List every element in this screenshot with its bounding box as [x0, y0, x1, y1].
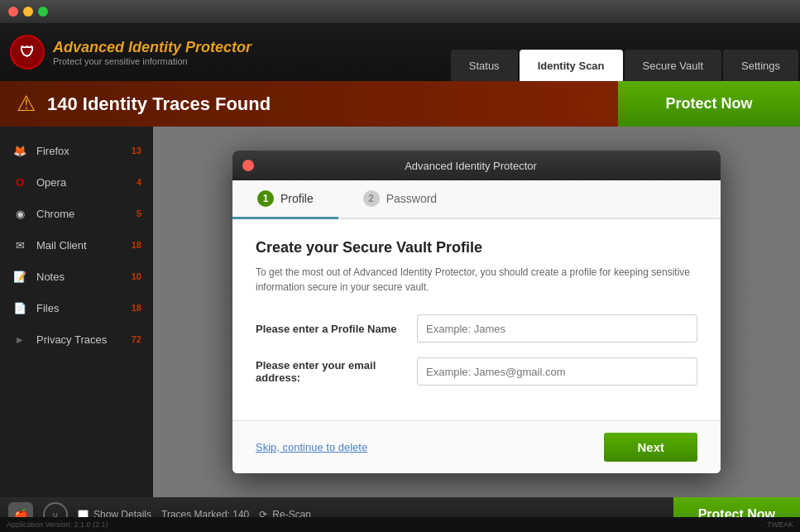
email-label: Please enter your email address: [256, 359, 417, 384]
close-button[interactable] [8, 7, 18, 17]
sidebar-label-notes: Notes [36, 271, 65, 283]
sidebar: 🦊 Firefox 13 O Opera 4 ◉ Chrome 5 ✉ Mail… [0, 127, 153, 497]
sidebar-item-files[interactable]: 📄 Files 18 [0, 292, 153, 324]
brand-text: TWEAK [767, 520, 793, 529]
alert-left: ⚠ 140 Identity Traces Found [17, 91, 271, 117]
sidebar-label-mail: Mail Client [36, 239, 87, 252]
warning-icon: ⚠ [17, 91, 36, 117]
content-area: Advanced Identity Protector 1 Profile 2 … [153, 127, 800, 497]
sidebar-label-chrome: Chrome [36, 208, 74, 220]
profile-name-label: Please enter a Profile Name [256, 323, 417, 335]
app-header: 🛡 Advanced Identity Protector Protect yo… [0, 23, 800, 81]
email-row: Please enter your email address: [256, 357, 697, 386]
sidebar-count-firefox: 13 [127, 146, 141, 156]
modal-footer: Skip, continue to delete Next [232, 420, 721, 473]
form-title: Create your Secure Vault Profile [256, 239, 697, 256]
sidebar-label-privacy: Privacy Traces [36, 333, 107, 346]
alert-bar: ⚠ 140 Identity Traces Found Protect Now [0, 81, 800, 127]
tab-profile-number: 1 [257, 190, 274, 207]
shield-icon: 🛡 [10, 35, 45, 69]
app-subtitle: Protect your sensitive information [53, 56, 251, 66]
tab-profile-label: Profile [280, 192, 314, 205]
version-text: Application Version: 2.1.0 (2.1) [7, 520, 108, 529]
modal-close-button[interactable] [242, 160, 254, 171]
sidebar-item-mail[interactable]: ✉ Mail Client 18 [0, 229, 153, 261]
sidebar-label-files: Files [36, 302, 59, 314]
sidebar-label-firefox: Firefox [36, 145, 69, 157]
profile-name-input[interactable] [417, 314, 697, 343]
version-bar: Application Version: 2.1.0 (2.1) TWEAK [0, 517, 800, 532]
nav-tabs: Status Identity Scan Secure Vault Settin… [451, 23, 800, 81]
protect-now-button[interactable]: Protect Now [618, 81, 800, 127]
modal-title: Advanced Identity Protector [254, 160, 687, 172]
email-input[interactable] [417, 357, 697, 386]
tab-identity-scan[interactable]: Identity Scan [520, 50, 623, 81]
app-logo-text: Advanced Identity Protector Protect your… [53, 39, 251, 66]
tab-settings[interactable]: Settings [723, 50, 798, 81]
sidebar-count-notes: 10 [127, 271, 141, 281]
app-name: Advanced Identity Protector [53, 39, 251, 56]
tab-secure-vault[interactable]: Secure Vault [625, 50, 721, 81]
form-description: To get the most out of Advanced Identity… [256, 265, 697, 295]
opera-icon: O [12, 174, 28, 190]
alert-text: 140 Identity Traces Found [47, 93, 271, 115]
sidebar-item-privacy[interactable]: ▶ Privacy Traces 72 [0, 324, 153, 355]
privacy-arrow-icon: ▶ [12, 331, 28, 347]
modal-tabs: 1 Profile 2 Password [232, 180, 721, 219]
app-name-italic: Advanced [53, 39, 124, 55]
sidebar-item-firefox[interactable]: 🦊 Firefox 13 [0, 135, 153, 166]
app-name-rest: Identity Protector [128, 39, 251, 55]
notes-icon: 📝 [12, 268, 28, 285]
modal-tab-profile[interactable]: 1 Profile [232, 180, 338, 219]
tab-password-number: 2 [363, 190, 380, 207]
skip-link[interactable]: Skip, continue to delete [256, 441, 367, 453]
modal-body: Create your Secure Vault Profile To get … [232, 219, 721, 420]
sidebar-label-opera: Opera [36, 176, 66, 189]
title-bar [0, 0, 800, 23]
firefox-icon: 🦊 [12, 142, 28, 159]
tab-password-label: Password [386, 192, 437, 205]
modal-dialog: Advanced Identity Protector 1 Profile 2 … [232, 151, 721, 473]
main-content: 🦊 Firefox 13 O Opera 4 ◉ Chrome 5 ✉ Mail… [0, 127, 800, 497]
chrome-icon: ◉ [12, 205, 28, 222]
tab-status[interactable]: Status [451, 50, 518, 81]
modal-tab-password[interactable]: 2 Password [338, 180, 462, 219]
sidebar-count-files: 18 [127, 303, 141, 313]
sidebar-count-privacy: 72 [127, 334, 141, 344]
modal-overlay: Advanced Identity Protector 1 Profile 2 … [153, 127, 800, 497]
mail-icon: ✉ [12, 237, 28, 253]
next-button[interactable]: Next [604, 433, 697, 462]
sidebar-item-notes[interactable]: 📝 Notes 10 [0, 261, 153, 292]
sidebar-item-chrome[interactable]: ◉ Chrome 5 [0, 198, 153, 229]
profile-name-row: Please enter a Profile Name [256, 314, 697, 343]
sidebar-count-opera: 4 [127, 177, 141, 187]
files-icon: 📄 [12, 300, 28, 316]
maximize-button[interactable] [38, 7, 48, 17]
app-logo: 🛡 Advanced Identity Protector Protect yo… [10, 35, 251, 69]
sidebar-count-chrome: 5 [127, 208, 141, 218]
minimize-button[interactable] [23, 7, 33, 17]
sidebar-item-opera[interactable]: O Opera 4 [0, 166, 153, 198]
sidebar-count-mail: 18 [127, 240, 141, 250]
modal-header: Advanced Identity Protector [232, 151, 721, 180]
